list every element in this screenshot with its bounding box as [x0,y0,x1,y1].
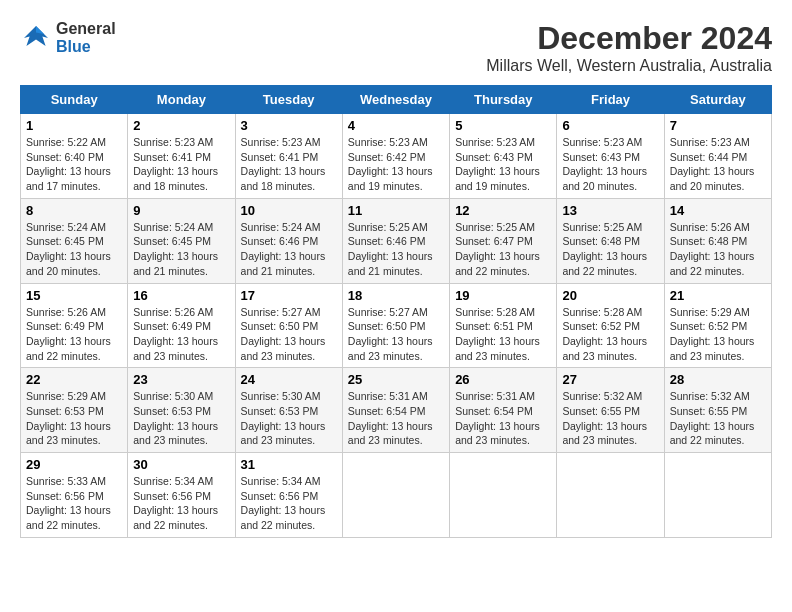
calendar-day-header: Friday [557,86,664,114]
calendar-day-cell: 9 Sunrise: 5:24 AM Sunset: 6:45 PM Dayli… [128,198,235,283]
day-number: 30 [133,457,229,472]
day-number: 22 [26,372,122,387]
day-info: Sunrise: 5:26 AM Sunset: 6:48 PM Dayligh… [670,220,766,279]
page-subtitle: Millars Well, Western Australia, Austral… [486,57,772,75]
calendar-day-cell: 28 Sunrise: 5:32 AM Sunset: 6:55 PM Dayl… [664,368,771,453]
day-info: Sunrise: 5:31 AM Sunset: 6:54 PM Dayligh… [348,389,444,448]
day-info: Sunrise: 5:23 AM Sunset: 6:44 PM Dayligh… [670,135,766,194]
day-number: 15 [26,288,122,303]
day-info: Sunrise: 5:31 AM Sunset: 6:54 PM Dayligh… [455,389,551,448]
logo-icon [20,22,52,54]
calendar-day-cell: 2 Sunrise: 5:23 AM Sunset: 6:41 PM Dayli… [128,114,235,199]
day-number: 14 [670,203,766,218]
day-info: Sunrise: 5:25 AM Sunset: 6:47 PM Dayligh… [455,220,551,279]
day-number: 31 [241,457,337,472]
calendar-day-cell [664,453,771,538]
day-info: Sunrise: 5:24 AM Sunset: 6:45 PM Dayligh… [26,220,122,279]
calendar-day-cell: 5 Sunrise: 5:23 AM Sunset: 6:43 PM Dayli… [450,114,557,199]
day-info: Sunrise: 5:30 AM Sunset: 6:53 PM Dayligh… [133,389,229,448]
calendar-day-cell: 6 Sunrise: 5:23 AM Sunset: 6:43 PM Dayli… [557,114,664,199]
calendar-week-row: 29 Sunrise: 5:33 AM Sunset: 6:56 PM Dayl… [21,453,772,538]
calendar-day-cell: 20 Sunrise: 5:28 AM Sunset: 6:52 PM Dayl… [557,283,664,368]
day-info: Sunrise: 5:25 AM Sunset: 6:48 PM Dayligh… [562,220,658,279]
calendar-day-cell: 21 Sunrise: 5:29 AM Sunset: 6:52 PM Dayl… [664,283,771,368]
calendar-day-cell: 22 Sunrise: 5:29 AM Sunset: 6:53 PM Dayl… [21,368,128,453]
day-number: 13 [562,203,658,218]
calendar-day-cell: 23 Sunrise: 5:30 AM Sunset: 6:53 PM Dayl… [128,368,235,453]
calendar-day-cell: 29 Sunrise: 5:33 AM Sunset: 6:56 PM Dayl… [21,453,128,538]
title-area: December 2024 Millars Well, Western Aust… [486,20,772,75]
calendar-week-row: 8 Sunrise: 5:24 AM Sunset: 6:45 PM Dayli… [21,198,772,283]
logo-text: General Blue [56,20,116,56]
calendar-day-cell [557,453,664,538]
calendar-day-cell [342,453,449,538]
calendar-day-cell: 8 Sunrise: 5:24 AM Sunset: 6:45 PM Dayli… [21,198,128,283]
day-info: Sunrise: 5:26 AM Sunset: 6:49 PM Dayligh… [133,305,229,364]
day-number: 7 [670,118,766,133]
day-info: Sunrise: 5:32 AM Sunset: 6:55 PM Dayligh… [562,389,658,448]
day-number: 29 [26,457,122,472]
day-info: Sunrise: 5:34 AM Sunset: 6:56 PM Dayligh… [133,474,229,533]
calendar-day-cell: 19 Sunrise: 5:28 AM Sunset: 6:51 PM Dayl… [450,283,557,368]
day-number: 21 [670,288,766,303]
calendar-table: SundayMondayTuesdayWednesdayThursdayFrid… [20,85,772,538]
calendar-day-header: Saturday [664,86,771,114]
calendar-day-cell: 31 Sunrise: 5:34 AM Sunset: 6:56 PM Dayl… [235,453,342,538]
calendar-day-cell: 10 Sunrise: 5:24 AM Sunset: 6:46 PM Dayl… [235,198,342,283]
day-info: Sunrise: 5:29 AM Sunset: 6:52 PM Dayligh… [670,305,766,364]
day-info: Sunrise: 5:26 AM Sunset: 6:49 PM Dayligh… [26,305,122,364]
day-info: Sunrise: 5:27 AM Sunset: 6:50 PM Dayligh… [241,305,337,364]
day-number: 19 [455,288,551,303]
day-number: 17 [241,288,337,303]
calendar-day-cell: 14 Sunrise: 5:26 AM Sunset: 6:48 PM Dayl… [664,198,771,283]
day-number: 2 [133,118,229,133]
day-info: Sunrise: 5:22 AM Sunset: 6:40 PM Dayligh… [26,135,122,194]
calendar-day-cell: 26 Sunrise: 5:31 AM Sunset: 6:54 PM Dayl… [450,368,557,453]
day-info: Sunrise: 5:23 AM Sunset: 6:43 PM Dayligh… [455,135,551,194]
day-number: 1 [26,118,122,133]
day-number: 16 [133,288,229,303]
calendar-day-cell: 30 Sunrise: 5:34 AM Sunset: 6:56 PM Dayl… [128,453,235,538]
day-number: 25 [348,372,444,387]
day-info: Sunrise: 5:24 AM Sunset: 6:46 PM Dayligh… [241,220,337,279]
day-number: 20 [562,288,658,303]
calendar-week-row: 22 Sunrise: 5:29 AM Sunset: 6:53 PM Dayl… [21,368,772,453]
day-info: Sunrise: 5:23 AM Sunset: 6:43 PM Dayligh… [562,135,658,194]
day-number: 23 [133,372,229,387]
day-info: Sunrise: 5:29 AM Sunset: 6:53 PM Dayligh… [26,389,122,448]
calendar-week-row: 15 Sunrise: 5:26 AM Sunset: 6:49 PM Dayl… [21,283,772,368]
calendar-day-cell: 11 Sunrise: 5:25 AM Sunset: 6:46 PM Dayl… [342,198,449,283]
calendar-day-cell: 25 Sunrise: 5:31 AM Sunset: 6:54 PM Dayl… [342,368,449,453]
calendar-day-cell: 12 Sunrise: 5:25 AM Sunset: 6:47 PM Dayl… [450,198,557,283]
day-number: 9 [133,203,229,218]
day-info: Sunrise: 5:28 AM Sunset: 6:52 PM Dayligh… [562,305,658,364]
calendar-day-cell: 24 Sunrise: 5:30 AM Sunset: 6:53 PM Dayl… [235,368,342,453]
day-info: Sunrise: 5:25 AM Sunset: 6:46 PM Dayligh… [348,220,444,279]
calendar-day-header: Tuesday [235,86,342,114]
day-info: Sunrise: 5:34 AM Sunset: 6:56 PM Dayligh… [241,474,337,533]
day-info: Sunrise: 5:23 AM Sunset: 6:41 PM Dayligh… [133,135,229,194]
calendar-day-cell: 1 Sunrise: 5:22 AM Sunset: 6:40 PM Dayli… [21,114,128,199]
page-title: December 2024 [486,20,772,57]
day-info: Sunrise: 5:24 AM Sunset: 6:45 PM Dayligh… [133,220,229,279]
day-number: 3 [241,118,337,133]
day-number: 4 [348,118,444,133]
day-number: 24 [241,372,337,387]
day-info: Sunrise: 5:27 AM Sunset: 6:50 PM Dayligh… [348,305,444,364]
calendar-day-cell: 3 Sunrise: 5:23 AM Sunset: 6:41 PM Dayli… [235,114,342,199]
day-number: 12 [455,203,551,218]
calendar-day-cell: 27 Sunrise: 5:32 AM Sunset: 6:55 PM Dayl… [557,368,664,453]
calendar-day-header: Monday [128,86,235,114]
day-number: 6 [562,118,658,133]
day-number: 28 [670,372,766,387]
logo: General Blue [20,20,116,56]
calendar-day-header: Wednesday [342,86,449,114]
day-number: 26 [455,372,551,387]
calendar-day-cell: 16 Sunrise: 5:26 AM Sunset: 6:49 PM Dayl… [128,283,235,368]
calendar-day-cell: 4 Sunrise: 5:23 AM Sunset: 6:42 PM Dayli… [342,114,449,199]
day-number: 8 [26,203,122,218]
day-info: Sunrise: 5:30 AM Sunset: 6:53 PM Dayligh… [241,389,337,448]
calendar-day-header: Sunday [21,86,128,114]
day-number: 10 [241,203,337,218]
calendar-week-row: 1 Sunrise: 5:22 AM Sunset: 6:40 PM Dayli… [21,114,772,199]
